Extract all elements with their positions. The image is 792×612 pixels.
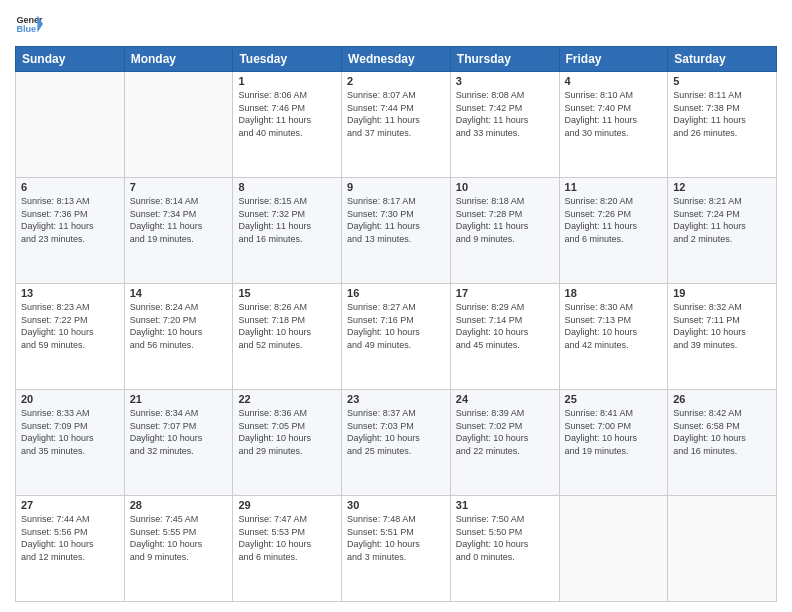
day-info: Sunrise: 8:33 AM Sunset: 7:09 PM Dayligh… [21, 407, 119, 457]
calendar-cell: 23Sunrise: 8:37 AM Sunset: 7:03 PM Dayli… [342, 390, 451, 496]
calendar-cell: 29Sunrise: 7:47 AM Sunset: 5:53 PM Dayli… [233, 496, 342, 602]
header-day-monday: Monday [124, 47, 233, 72]
day-number: 11 [565, 181, 663, 193]
header-day-sunday: Sunday [16, 47, 125, 72]
day-number: 12 [673, 181, 771, 193]
day-number: 17 [456, 287, 554, 299]
day-info: Sunrise: 8:06 AM Sunset: 7:46 PM Dayligh… [238, 89, 336, 139]
day-info: Sunrise: 7:45 AM Sunset: 5:55 PM Dayligh… [130, 513, 228, 563]
day-info: Sunrise: 8:34 AM Sunset: 7:07 PM Dayligh… [130, 407, 228, 457]
calendar-cell: 16Sunrise: 8:27 AM Sunset: 7:16 PM Dayli… [342, 284, 451, 390]
day-info: Sunrise: 8:18 AM Sunset: 7:28 PM Dayligh… [456, 195, 554, 245]
calendar-cell: 6Sunrise: 8:13 AM Sunset: 7:36 PM Daylig… [16, 178, 125, 284]
day-info: Sunrise: 8:37 AM Sunset: 7:03 PM Dayligh… [347, 407, 445, 457]
day-number: 22 [238, 393, 336, 405]
calendar-cell: 27Sunrise: 7:44 AM Sunset: 5:56 PM Dayli… [16, 496, 125, 602]
day-info: Sunrise: 8:07 AM Sunset: 7:44 PM Dayligh… [347, 89, 445, 139]
calendar: SundayMondayTuesdayWednesdayThursdayFrid… [15, 46, 777, 602]
day-number: 21 [130, 393, 228, 405]
day-number: 19 [673, 287, 771, 299]
calendar-cell: 18Sunrise: 8:30 AM Sunset: 7:13 PM Dayli… [559, 284, 668, 390]
calendar-cell [559, 496, 668, 602]
day-info: Sunrise: 8:41 AM Sunset: 7:00 PM Dayligh… [565, 407, 663, 457]
day-info: Sunrise: 8:14 AM Sunset: 7:34 PM Dayligh… [130, 195, 228, 245]
day-number: 27 [21, 499, 119, 511]
day-number: 29 [238, 499, 336, 511]
calendar-cell: 31Sunrise: 7:50 AM Sunset: 5:50 PM Dayli… [450, 496, 559, 602]
logo: General Blue [15, 10, 43, 38]
day-number: 25 [565, 393, 663, 405]
day-number: 15 [238, 287, 336, 299]
day-number: 13 [21, 287, 119, 299]
day-number: 26 [673, 393, 771, 405]
day-number: 5 [673, 75, 771, 87]
calendar-cell: 21Sunrise: 8:34 AM Sunset: 7:07 PM Dayli… [124, 390, 233, 496]
header-day-thursday: Thursday [450, 47, 559, 72]
day-number: 18 [565, 287, 663, 299]
calendar-cell: 4Sunrise: 8:10 AM Sunset: 7:40 PM Daylig… [559, 72, 668, 178]
day-number: 4 [565, 75, 663, 87]
calendar-cell: 10Sunrise: 8:18 AM Sunset: 7:28 PM Dayli… [450, 178, 559, 284]
day-number: 16 [347, 287, 445, 299]
day-number: 1 [238, 75, 336, 87]
header-day-saturday: Saturday [668, 47, 777, 72]
day-info: Sunrise: 8:39 AM Sunset: 7:02 PM Dayligh… [456, 407, 554, 457]
day-number: 3 [456, 75, 554, 87]
day-info: Sunrise: 8:21 AM Sunset: 7:24 PM Dayligh… [673, 195, 771, 245]
day-number: 23 [347, 393, 445, 405]
calendar-cell [124, 72, 233, 178]
day-number: 20 [21, 393, 119, 405]
calendar-cell: 25Sunrise: 8:41 AM Sunset: 7:00 PM Dayli… [559, 390, 668, 496]
calendar-cell: 14Sunrise: 8:24 AM Sunset: 7:20 PM Dayli… [124, 284, 233, 390]
day-info: Sunrise: 8:17 AM Sunset: 7:30 PM Dayligh… [347, 195, 445, 245]
day-info: Sunrise: 8:26 AM Sunset: 7:18 PM Dayligh… [238, 301, 336, 351]
day-info: Sunrise: 8:08 AM Sunset: 7:42 PM Dayligh… [456, 89, 554, 139]
day-info: Sunrise: 8:42 AM Sunset: 6:58 PM Dayligh… [673, 407, 771, 457]
svg-text:Blue: Blue [16, 24, 36, 34]
calendar-cell [16, 72, 125, 178]
day-info: Sunrise: 8:23 AM Sunset: 7:22 PM Dayligh… [21, 301, 119, 351]
calendar-cell: 28Sunrise: 7:45 AM Sunset: 5:55 PM Dayli… [124, 496, 233, 602]
calendar-cell: 2Sunrise: 8:07 AM Sunset: 7:44 PM Daylig… [342, 72, 451, 178]
calendar-cell: 30Sunrise: 7:48 AM Sunset: 5:51 PM Dayli… [342, 496, 451, 602]
day-info: Sunrise: 7:50 AM Sunset: 5:50 PM Dayligh… [456, 513, 554, 563]
day-info: Sunrise: 8:27 AM Sunset: 7:16 PM Dayligh… [347, 301, 445, 351]
day-info: Sunrise: 8:30 AM Sunset: 7:13 PM Dayligh… [565, 301, 663, 351]
day-info: Sunrise: 8:11 AM Sunset: 7:38 PM Dayligh… [673, 89, 771, 139]
day-info: Sunrise: 7:44 AM Sunset: 5:56 PM Dayligh… [21, 513, 119, 563]
calendar-cell: 3Sunrise: 8:08 AM Sunset: 7:42 PM Daylig… [450, 72, 559, 178]
day-number: 28 [130, 499, 228, 511]
calendar-cell: 15Sunrise: 8:26 AM Sunset: 7:18 PM Dayli… [233, 284, 342, 390]
header-day-friday: Friday [559, 47, 668, 72]
day-number: 9 [347, 181, 445, 193]
day-info: Sunrise: 8:36 AM Sunset: 7:05 PM Dayligh… [238, 407, 336, 457]
day-info: Sunrise: 8:15 AM Sunset: 7:32 PM Dayligh… [238, 195, 336, 245]
day-number: 8 [238, 181, 336, 193]
day-number: 31 [456, 499, 554, 511]
calendar-cell: 22Sunrise: 8:36 AM Sunset: 7:05 PM Dayli… [233, 390, 342, 496]
calendar-cell: 11Sunrise: 8:20 AM Sunset: 7:26 PM Dayli… [559, 178, 668, 284]
calendar-cell: 7Sunrise: 8:14 AM Sunset: 7:34 PM Daylig… [124, 178, 233, 284]
day-info: Sunrise: 7:47 AM Sunset: 5:53 PM Dayligh… [238, 513, 336, 563]
calendar-cell: 19Sunrise: 8:32 AM Sunset: 7:11 PM Dayli… [668, 284, 777, 390]
calendar-cell: 5Sunrise: 8:11 AM Sunset: 7:38 PM Daylig… [668, 72, 777, 178]
day-info: Sunrise: 8:29 AM Sunset: 7:14 PM Dayligh… [456, 301, 554, 351]
calendar-cell: 1Sunrise: 8:06 AM Sunset: 7:46 PM Daylig… [233, 72, 342, 178]
calendar-cell [668, 496, 777, 602]
calendar-cell: 9Sunrise: 8:17 AM Sunset: 7:30 PM Daylig… [342, 178, 451, 284]
day-number: 7 [130, 181, 228, 193]
day-info: Sunrise: 8:20 AM Sunset: 7:26 PM Dayligh… [565, 195, 663, 245]
day-info: Sunrise: 8:24 AM Sunset: 7:20 PM Dayligh… [130, 301, 228, 351]
day-number: 6 [21, 181, 119, 193]
day-info: Sunrise: 7:48 AM Sunset: 5:51 PM Dayligh… [347, 513, 445, 563]
calendar-cell: 24Sunrise: 8:39 AM Sunset: 7:02 PM Dayli… [450, 390, 559, 496]
calendar-cell: 8Sunrise: 8:15 AM Sunset: 7:32 PM Daylig… [233, 178, 342, 284]
calendar-cell: 17Sunrise: 8:29 AM Sunset: 7:14 PM Dayli… [450, 284, 559, 390]
calendar-cell: 13Sunrise: 8:23 AM Sunset: 7:22 PM Dayli… [16, 284, 125, 390]
calendar-cell: 20Sunrise: 8:33 AM Sunset: 7:09 PM Dayli… [16, 390, 125, 496]
day-number: 10 [456, 181, 554, 193]
calendar-cell: 12Sunrise: 8:21 AM Sunset: 7:24 PM Dayli… [668, 178, 777, 284]
day-number: 24 [456, 393, 554, 405]
calendar-cell: 26Sunrise: 8:42 AM Sunset: 6:58 PM Dayli… [668, 390, 777, 496]
day-number: 14 [130, 287, 228, 299]
